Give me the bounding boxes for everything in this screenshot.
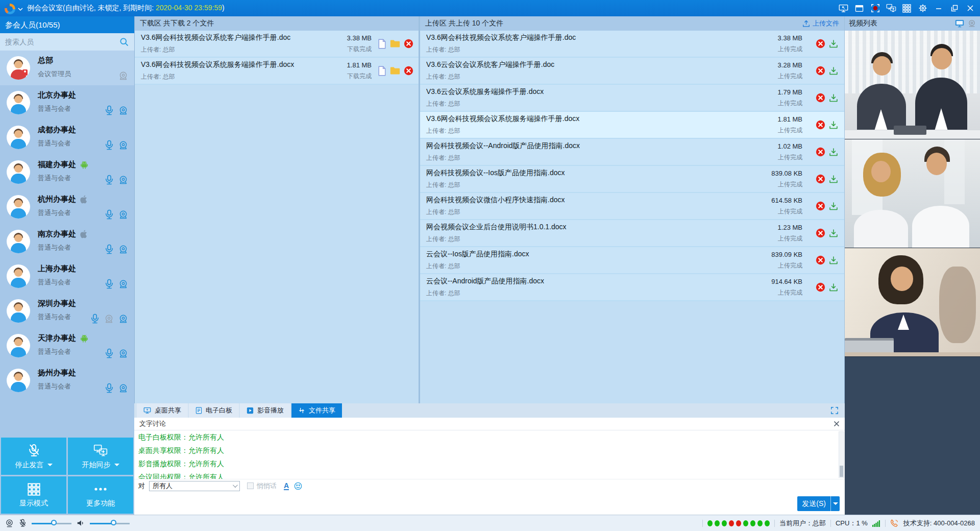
delete-file-icon[interactable] — [816, 93, 825, 103]
mic-icon[interactable] — [90, 313, 100, 324]
delete-file-icon[interactable] — [816, 120, 825, 130]
webcam-icon[interactable] — [118, 210, 128, 220]
file-row[interactable]: V3.6云会议会议系统客户端操作手册.doc 上传者: 总部 3.28 MB 上… — [420, 58, 844, 85]
statusbar-webcam-icon[interactable] — [5, 519, 14, 527]
participant-row[interactable]: 北京办事处 普通与会者 — [0, 85, 134, 120]
webcam-icon[interactable] — [118, 140, 128, 150]
video-thumbnail-2[interactable] — [845, 139, 980, 248]
mic-icon[interactable] — [105, 279, 114, 289]
participant-row[interactable]: 上海办事处 普通与会者 — [0, 259, 134, 294]
search-input[interactable] — [0, 33, 134, 51]
webcam-icon[interactable] — [118, 175, 128, 185]
dropdown-caret-icon[interactable] — [47, 464, 53, 466]
delete-file-icon[interactable] — [816, 147, 825, 157]
file-row[interactable]: 网会科技视频会议--Ios版产品使用指南.docx 上传者: 总部 839.08… — [420, 166, 844, 193]
download-file-icon[interactable] — [829, 229, 838, 238]
participant-row[interactable]: 杭州办事处 普通与会者 — [0, 189, 134, 224]
open-file-icon[interactable] — [378, 66, 386, 76]
file-row[interactable]: V3.6网会科技视频会议系统服务端操作手册.docx 上传者: 总部 1.81 … — [420, 112, 844, 139]
file-row[interactable]: 云会议--Ios版产品使用指南.docx 上传者: 总部 839.09 KB 上… — [420, 247, 844, 274]
download-file-icon[interactable] — [829, 120, 838, 130]
record-icon[interactable] — [867, 0, 883, 16]
webcam-icon[interactable] — [118, 106, 128, 115]
font-color-icon[interactable]: A — [284, 482, 289, 490]
video-mode-icon[interactable] — [955, 19, 964, 28]
open-folder-icon[interactable] — [390, 66, 400, 75]
webcam-icon[interactable] — [118, 349, 128, 358]
webcam-icon[interactable] — [118, 314, 128, 324]
emoji-icon[interactable] — [294, 482, 302, 490]
participant-row[interactable]: 成都办事处 普通与会者 — [0, 120, 134, 155]
layout-grid-icon[interactable] — [899, 0, 915, 16]
download-file-icon[interactable] — [829, 93, 838, 103]
download-file-icon[interactable] — [829, 148, 838, 157]
download-file-icon[interactable] — [829, 283, 838, 292]
chat-close-icon[interactable] — [834, 421, 840, 427]
expand-panel-icon[interactable] — [830, 406, 839, 415]
maximize-button[interactable] — [946, 0, 962, 16]
file-row[interactable]: V3.6网会科技视频会议系统服务端操作手册.docx 上传者: 总部 1.81 … — [135, 58, 419, 85]
whis per-checkbox[interactable] — [247, 482, 254, 489]
sync-share-icon[interactable] — [883, 0, 899, 16]
dropdown-caret-icon[interactable] — [114, 464, 119, 466]
chat-scrollbar[interactable] — [839, 431, 844, 478]
delete-file-icon[interactable] — [816, 201, 825, 211]
tab-whiteboard[interactable]: 电子白板 — [189, 403, 239, 418]
file-row[interactable]: V3.6云会议系统服务端操作手册.docx 上传者: 总部 1.79 MB 上传… — [420, 85, 844, 112]
speaker-volume-slider[interactable] — [90, 520, 130, 527]
mic-icon[interactable] — [105, 348, 114, 358]
stop-speaking-button[interactable]: 停止发言 — [1, 438, 66, 475]
titlebar-menu-chevron-icon[interactable] — [18, 8, 23, 11]
video-thumbnail-3[interactable] — [845, 248, 980, 357]
camera-disabled-icon[interactable] — [968, 19, 976, 28]
tab-file-share[interactable]: 文件共享 — [291, 403, 342, 418]
display-mode-button[interactable]: 显示模式 — [1, 476, 66, 514]
webcam-icon[interactable] — [118, 245, 128, 254]
more-functions-button[interactable]: 更多功能 — [68, 476, 133, 514]
mic-icon[interactable] — [105, 140, 114, 150]
close-button[interactable] — [962, 0, 978, 16]
tab-desktop-share[interactable]: 桌面共享 — [137, 403, 188, 418]
file-row[interactable]: 网会视频会议企业后台使用说明书1.0.1.docx 上传者: 总部 1.23 M… — [420, 220, 844, 247]
webcam-icon[interactable] — [118, 383, 128, 393]
send-to-select[interactable]: 所有人 — [149, 481, 240, 491]
file-row[interactable]: 网会科技视频会议--Android版产品使用指南.docx 上传者: 总部 1.… — [420, 139, 844, 166]
search-icon[interactable] — [119, 37, 129, 47]
delete-file-icon[interactable] — [816, 228, 825, 238]
delete-file-icon[interactable] — [816, 255, 825, 265]
webcam-off-icon[interactable] — [118, 71, 128, 81]
start-sync-button[interactable]: 开始同步 — [68, 438, 133, 475]
delete-file-icon[interactable] — [816, 39, 825, 49]
video-thumbnail-1[interactable] — [845, 31, 980, 139]
slider-knob[interactable] — [51, 520, 57, 525]
mic-icon[interactable] — [105, 244, 114, 254]
file-row[interactable]: V3.6网会科技视频会议系统客户端操作手册.doc 上传者: 总部 3.38 M… — [135, 31, 419, 58]
screen-share-icon[interactable] — [836, 0, 851, 16]
download-file-icon[interactable] — [829, 39, 838, 49]
download-file-icon[interactable] — [829, 202, 838, 211]
slider-knob[interactable] — [111, 520, 116, 525]
app-logo-icon[interactable] — [5, 4, 15, 14]
delete-file-icon[interactable] — [816, 66, 825, 76]
mic-volume-slider[interactable] — [32, 520, 71, 527]
participant-row[interactable]: 总部 会议管理员 — [0, 51, 134, 85]
participant-row[interactable]: 扬州办事处 普通与会者 — [0, 363, 134, 398]
mic-icon[interactable] — [105, 105, 114, 115]
participant-search[interactable] — [0, 33, 134, 51]
webcam-icon[interactable] — [118, 279, 128, 289]
download-file-icon[interactable] — [829, 66, 838, 76]
statusbar-mic-muted-icon[interactable] — [19, 519, 27, 527]
delete-file-icon[interactable] — [404, 66, 413, 76]
window-mode-icon[interactable] — [851, 0, 867, 16]
participant-row[interactable]: 南京办事处 普通与会者 — [0, 224, 134, 259]
mic-icon[interactable] — [105, 209, 114, 220]
file-row[interactable]: 网会科技视频会议微信小程序快速指南.docx 上传者: 总部 614.58 KB… — [420, 193, 844, 220]
mic-icon[interactable] — [105, 383, 114, 393]
file-row[interactable]: 云会议--Android版产品使用指南.docx 上传者: 总部 914.64 … — [420, 274, 844, 301]
file-row[interactable]: V3.6网会科技视频会议系统客户端操作手册.doc 上传者: 总部 3.38 M… — [420, 31, 844, 58]
webcam-off-icon[interactable] — [104, 314, 114, 324]
download-file-icon[interactable] — [829, 175, 838, 184]
settings-gear-icon[interactable] — [915, 0, 930, 16]
delete-file-icon[interactable] — [816, 282, 825, 292]
open-folder-icon[interactable] — [390, 39, 400, 48]
